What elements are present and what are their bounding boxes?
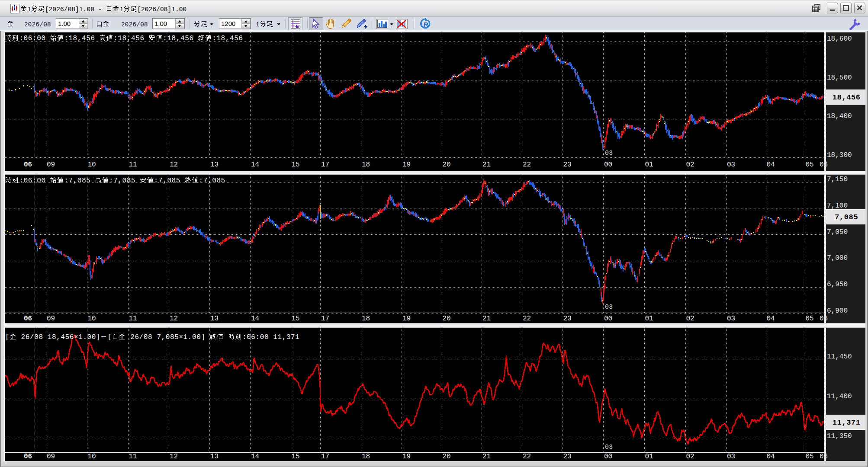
svg-text:11: 11 — [129, 453, 137, 461]
svg-text:1: 1 — [27, 6, 31, 13]
svg-text:19: 19 — [402, 315, 411, 323]
svg-text:01: 01 — [645, 315, 653, 323]
svg-text:11,350: 11,350 — [827, 432, 852, 440]
svg-text:14: 14 — [251, 161, 259, 169]
svg-text:05: 05 — [806, 161, 814, 169]
svg-text:02: 02 — [686, 161, 694, 169]
svg-text:15: 15 — [292, 161, 300, 169]
svg-text:11: 11 — [129, 315, 137, 323]
svg-text:06: 06 — [820, 315, 828, 323]
svg-text:00: 00 — [604, 453, 612, 461]
svg-text:03: 03 — [605, 150, 613, 157]
svg-text:13: 13 — [210, 315, 219, 323]
svg-text:6,950: 6,950 — [827, 281, 848, 288]
svg-text:22: 22 — [523, 161, 531, 169]
svg-text:01: 01 — [645, 453, 653, 461]
svg-text:[2026/08]1.00 -: [2026/08]1.00 - — [45, 6, 106, 13]
svg-text:13: 13 — [210, 161, 219, 169]
svg-text:18,500: 18,500 — [827, 74, 852, 82]
svg-text:2026/08: 2026/08 — [24, 21, 51, 28]
svg-text::7,085: :7,085 — [109, 177, 140, 185]
svg-text:19: 19 — [402, 453, 411, 461]
svg-text:1200: 1200 — [221, 20, 235, 27]
svg-text::7,085: :7,085 — [64, 177, 95, 185]
svg-text:06: 06 — [820, 161, 828, 169]
svg-text:02: 02 — [686, 315, 694, 323]
svg-text:18: 18 — [362, 453, 370, 461]
svg-text:26/08 18,456×1.00]: 26/08 18,456×1.00] — [16, 333, 100, 341]
svg-text:04: 04 — [767, 161, 775, 169]
svg-text:17: 17 — [321, 315, 329, 323]
svg-text:21: 21 — [482, 315, 491, 323]
svg-text:09: 09 — [47, 315, 55, 323]
svg-text:7,050: 7,050 — [827, 228, 848, 236]
svg-text:18: 18 — [362, 161, 370, 169]
svg-text:6,900: 6,900 — [827, 307, 848, 315]
svg-text:03: 03 — [727, 453, 735, 461]
svg-text:1: 1 — [256, 21, 260, 28]
svg-text:7,085: 7,085 — [835, 213, 858, 221]
svg-text:11,400: 11,400 — [827, 393, 852, 400]
svg-text:15: 15 — [292, 453, 300, 461]
svg-text:11,450: 11,450 — [827, 353, 852, 361]
svg-text:03: 03 — [605, 444, 613, 451]
svg-text:05: 05 — [806, 453, 814, 461]
svg-text:04: 04 — [767, 453, 775, 461]
svg-text::7,085: :7,085 — [154, 177, 185, 185]
svg-text:1: 1 — [120, 6, 124, 13]
svg-text:17: 17 — [321, 453, 329, 461]
svg-text:7,000: 7,000 — [827, 254, 848, 262]
svg-text:20: 20 — [443, 453, 451, 461]
svg-text:00: 00 — [604, 315, 612, 323]
svg-text:05: 05 — [806, 315, 814, 323]
svg-text:03: 03 — [727, 161, 735, 169]
svg-text:1.00: 1.00 — [154, 20, 167, 27]
svg-text:7,150: 7,150 — [827, 176, 848, 183]
svg-text:01: 01 — [645, 161, 653, 169]
svg-text::06:00 11,371: :06:00 11,371 — [242, 333, 300, 341]
svg-text::7,085: :7,085 — [199, 177, 225, 185]
svg-text:11: 11 — [129, 161, 137, 169]
svg-text:00: 00 — [604, 161, 612, 169]
svg-text::06:00: :06:00 — [19, 35, 50, 42]
svg-text:22: 22 — [523, 315, 531, 323]
svg-text:1.00: 1.00 — [58, 20, 71, 27]
svg-text:26/08 7,085×1.00]: 26/08 7,085×1.00] — [126, 333, 210, 341]
svg-text:10: 10 — [88, 161, 96, 169]
svg-text:03: 03 — [727, 315, 735, 323]
svg-text:23: 23 — [563, 315, 572, 323]
svg-text:2026/08: 2026/08 — [121, 21, 148, 28]
svg-text:12: 12 — [170, 315, 178, 323]
svg-text:14: 14 — [251, 315, 259, 323]
svg-text:03: 03 — [605, 304, 613, 311]
svg-text:23: 23 — [563, 453, 572, 461]
svg-text:19: 19 — [402, 161, 411, 169]
svg-text:18,600: 18,600 — [827, 35, 852, 43]
svg-text:11,371: 11,371 — [833, 419, 861, 427]
svg-text:23: 23 — [563, 161, 572, 169]
svg-text:15: 15 — [292, 315, 300, 323]
svg-text:[: [ — [107, 333, 112, 341]
svg-text:10: 10 — [88, 315, 96, 323]
svg-text:06: 06 — [820, 453, 828, 461]
svg-text:13: 13 — [210, 453, 219, 461]
svg-text:02: 02 — [686, 453, 694, 461]
svg-text:R: R — [424, 21, 428, 28]
svg-text:20: 20 — [443, 315, 451, 323]
svg-text:14: 14 — [251, 453, 259, 461]
svg-text:09: 09 — [47, 161, 55, 169]
svg-text::18,456: :18,456 — [64, 35, 100, 42]
svg-text:06: 06 — [24, 161, 32, 169]
svg-text:12: 12 — [170, 453, 178, 461]
svg-text:7,100: 7,100 — [827, 202, 848, 210]
svg-text:18: 18 — [362, 315, 370, 323]
svg-text:10: 10 — [88, 453, 96, 461]
svg-text:[: [ — [5, 333, 10, 341]
svg-text:18,300: 18,300 — [827, 151, 852, 159]
svg-text:12: 12 — [170, 161, 178, 169]
svg-text:04: 04 — [767, 315, 775, 323]
svg-text::18,456: :18,456 — [163, 35, 198, 42]
svg-text:18,400: 18,400 — [827, 112, 852, 120]
svg-text::18,456: :18,456 — [113, 35, 149, 42]
svg-text:17: 17 — [321, 161, 329, 169]
